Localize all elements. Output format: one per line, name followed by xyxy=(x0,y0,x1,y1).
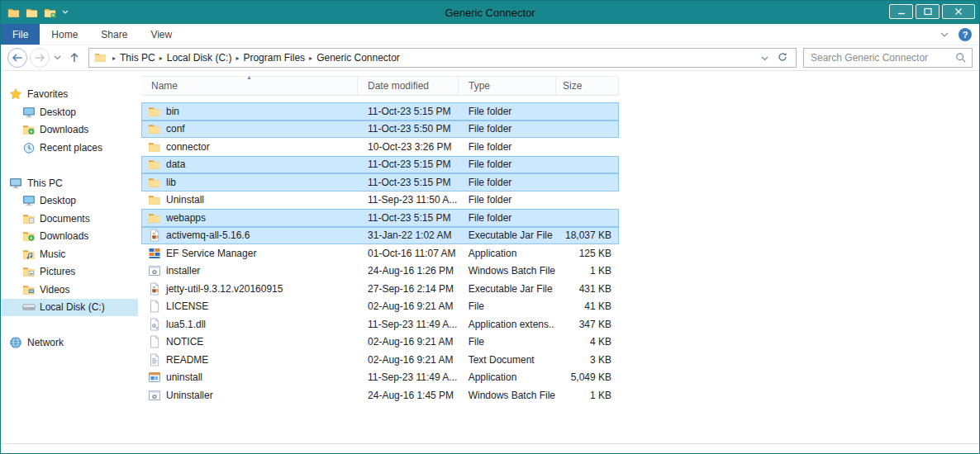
breadcrumb-arrow-icon[interactable]: ▸ xyxy=(231,54,243,62)
sidebar-item-downloads[interactable]: Downloads xyxy=(1,121,138,140)
file-type: Application extens... xyxy=(459,319,556,330)
sidebar-item-pictures[interactable]: Pictures xyxy=(1,263,138,281)
column-header-date-modified[interactable]: Date modified xyxy=(358,77,459,95)
breadcrumb-item-this-pc[interactable]: This PC xyxy=(120,52,155,64)
navigation-pane: FavoritesDesktopDownloadsRecent placesTh… xyxy=(1,71,138,443)
file-type: Text Document xyxy=(459,354,556,366)
file-row-installer[interactable]: installer24-Aug-16 1:26 PMWindows Batch … xyxy=(141,262,619,281)
file-row-license[interactable]: LICENSE02-Aug-16 9:21 AMFile41 KB xyxy=(141,298,619,316)
file-row-connector[interactable]: connector10-Oct-23 3:26 PMFile folder xyxy=(141,138,619,156)
column-header-type[interactable]: Type xyxy=(459,77,556,95)
column-header-name[interactable]: ▲ Name xyxy=(141,77,358,95)
qat-new-folder-icon[interactable] xyxy=(43,6,56,19)
tab-share[interactable]: Share xyxy=(89,24,139,45)
monitor-icon xyxy=(22,106,36,119)
tab-file[interactable]: File xyxy=(1,24,40,45)
file-row-activemq-all-5-16-6[interactable]: activemq-all-5.16.631-Jan-22 1:02 AMExec… xyxy=(141,227,619,245)
breadcrumb-item-program-files[interactable]: Program Files xyxy=(243,52,305,64)
file-name: data xyxy=(166,158,185,170)
batch-icon xyxy=(148,389,161,402)
file-row-bin[interactable]: bin11-Oct-23 5:15 PMFile folder xyxy=(141,102,619,121)
file-row-readme[interactable]: README02-Aug-16 9:21 AMText Document3 KB xyxy=(141,351,619,369)
sort-ascending-icon: ▲ xyxy=(246,74,252,80)
up-button[interactable] xyxy=(65,52,83,64)
file-row-uninstaller[interactable]: Uninstaller24-Aug-16 1:45 PMWindows Batc… xyxy=(141,386,619,404)
sidebar-item-videos[interactable]: Videos xyxy=(1,281,138,299)
file-name-cell: data xyxy=(142,158,358,171)
file-type: File xyxy=(459,300,556,312)
sidebar-item-label: Desktop xyxy=(40,106,76,118)
tab-home[interactable]: Home xyxy=(40,24,89,45)
file-date-modified: 11-Sep-23 11:50 A... xyxy=(358,194,459,206)
window-controls xyxy=(889,4,975,19)
file-date-modified: 11-Oct-23 5:15 PM xyxy=(358,177,459,188)
computer-icon xyxy=(9,177,22,190)
minimize-button[interactable] xyxy=(889,4,913,19)
qat-folder-icon[interactable] xyxy=(25,6,38,19)
file-size: 5,049 KB xyxy=(555,371,618,383)
file-row-ef-service-manager[interactable]: EF Service Manager01-Oct-16 11:07 AMAppl… xyxy=(141,244,619,262)
sidebar-item-label: Music xyxy=(40,248,65,260)
file-type: File folder xyxy=(459,194,556,206)
sidebar-group-favorites[interactable]: Favorites xyxy=(1,85,138,103)
file-name-cell: webapps xyxy=(142,211,358,225)
sidebar-item-desktop[interactable]: Desktop xyxy=(1,103,138,121)
jar-icon xyxy=(148,282,161,296)
breadcrumb-arrow-icon[interactable]: ▸ xyxy=(155,54,167,62)
file-type: Application xyxy=(459,248,556,259)
search-input[interactable] xyxy=(811,52,955,64)
file-date-modified: 10-Oct-23 3:26 PM xyxy=(358,141,459,153)
folder-icon xyxy=(148,105,161,118)
address-history-chevron-icon[interactable] xyxy=(761,52,768,64)
search-box[interactable] xyxy=(803,48,973,68)
help-icon[interactable]: ? xyxy=(959,28,972,41)
file-row-jetty-util-9-3-12-v20160915[interactable]: jetty-util-9.3.12.v2016091527-Sep-16 2:1… xyxy=(141,280,619,298)
file-row-conf[interactable]: conf11-Oct-23 5:50 PMFile folder xyxy=(141,121,619,139)
column-header-size[interactable]: Size xyxy=(556,77,619,95)
search-icon[interactable] xyxy=(955,52,967,64)
sidebar-group-network[interactable]: Network xyxy=(1,333,138,352)
sidebar-item-label: Downloads xyxy=(40,230,88,242)
breadcrumb-item-generic-connector[interactable]: Generic Connector xyxy=(316,52,400,64)
appwin-icon xyxy=(148,371,161,384)
breadcrumb-item-local-disk-c[interactable]: Local Disk (C:) xyxy=(167,52,232,64)
sidebar-item-documents[interactable]: Documents xyxy=(1,210,138,228)
refresh-icon[interactable] xyxy=(777,51,788,65)
dll-icon xyxy=(148,318,161,331)
file-row-data[interactable]: data11-Oct-23 5:15 PMFile folder xyxy=(141,156,619,174)
maximize-button[interactable] xyxy=(916,4,940,19)
file-date-modified: 11-Oct-23 5:15 PM xyxy=(358,158,459,170)
file-row-lib[interactable]: lib11-Oct-23 5:15 PMFile folder xyxy=(141,173,619,192)
title-bar[interactable]: Generic Connector xyxy=(1,1,979,24)
ribbon-collapse-chevron-icon[interactable] xyxy=(940,29,949,40)
explorer-app-icon[interactable] xyxy=(7,6,20,19)
sidebar-item-music[interactable]: Music xyxy=(1,245,138,263)
qat-customize-chevron-icon[interactable] xyxy=(61,6,69,19)
back-button[interactable] xyxy=(7,48,27,68)
sidebar-item-desktop[interactable]: Desktop xyxy=(1,192,138,210)
sidebar-item-recent-places[interactable]: Recent places xyxy=(1,139,138,157)
file-row-uninstall[interactable]: uninstall11-Sep-23 11:49 A...Application… xyxy=(141,369,619,387)
column-headers: ▲ Name Date modified Type Size xyxy=(141,76,619,96)
tab-view[interactable]: View xyxy=(139,24,183,45)
file-type: Windows Batch File xyxy=(459,265,556,277)
network-icon xyxy=(9,336,22,349)
file-row-notice[interactable]: NOTICE02-Aug-16 9:21 AMFile4 KB xyxy=(141,333,619,352)
file-row-uninstall[interactable]: Uninstall11-Sep-23 11:50 A...File folder xyxy=(141,192,619,210)
text-icon xyxy=(148,353,161,367)
batch-icon xyxy=(148,264,161,277)
address-folder-icon xyxy=(94,51,107,64)
address-bar[interactable]: ▸This PC▸Local Disk (C:)▸Program Files▸G… xyxy=(88,48,797,68)
file-row-lua5-1-dll[interactable]: lua5.1.dll11-Sep-23 11:49 A...Applicatio… xyxy=(141,315,619,333)
breadcrumb-arrow-icon[interactable]: ▸ xyxy=(305,54,316,62)
forward-button[interactable] xyxy=(30,48,50,68)
sidebar-item-local-disk-c[interactable]: Local Disk (C:) xyxy=(1,299,138,317)
recent-locations-chevron-icon[interactable] xyxy=(52,55,63,60)
sidebar-group-this-pc[interactable]: This PC xyxy=(1,174,138,192)
breadcrumb-arrow-icon[interactable]: ▸ xyxy=(108,54,120,62)
close-button[interactable] xyxy=(942,4,975,19)
sidebar-item-downloads[interactable]: Downloads xyxy=(1,228,138,246)
file-name-cell: installer xyxy=(142,264,358,277)
sidebar-item-label: Pictures xyxy=(40,266,75,277)
file-row-webapps[interactable]: webapps11-Oct-23 5:15 PMFile folder xyxy=(141,209,619,227)
